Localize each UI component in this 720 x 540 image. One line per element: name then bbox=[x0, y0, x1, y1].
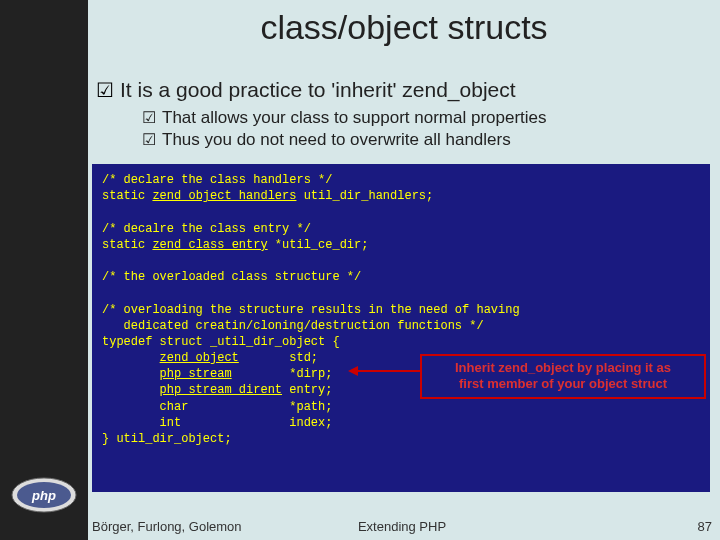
callout-box: Inherit zend_object by placing it as fir… bbox=[420, 354, 706, 399]
check-icon: ☑ bbox=[96, 78, 114, 102]
footer-page: 87 bbox=[698, 519, 712, 534]
arrow-icon bbox=[350, 370, 420, 372]
sidebar bbox=[0, 0, 88, 540]
footer-authors: Börger, Furlong, Golemon bbox=[92, 519, 242, 534]
slide-title: class/object structs bbox=[88, 8, 720, 47]
footer: Extending PHP Börger, Furlong, Golemon 8… bbox=[92, 519, 712, 534]
sub-bullet: ☑Thus you do not need to overwrite all h… bbox=[142, 130, 547, 150]
check-icon: ☑ bbox=[142, 130, 162, 149]
callout-text: first member of your object struct bbox=[428, 376, 698, 392]
main-bullet: It is a good practice to 'inherit' zend_… bbox=[120, 78, 516, 102]
php-logo: php bbox=[10, 476, 78, 514]
svg-text:php: php bbox=[31, 488, 56, 503]
sub-bullet: ☑That allows your class to support norma… bbox=[142, 108, 547, 128]
sub-bullet-text: Thus you do not need to overwrite all ha… bbox=[162, 130, 511, 149]
sub-bullets: ☑That allows your class to support norma… bbox=[142, 108, 547, 152]
check-icon: ☑ bbox=[142, 108, 162, 127]
code-block: /* declare the class handlers */ static … bbox=[92, 164, 710, 492]
sub-bullet-text: That allows your class to support normal… bbox=[162, 108, 547, 127]
callout-text: Inherit zend_object by placing it as bbox=[428, 360, 698, 376]
